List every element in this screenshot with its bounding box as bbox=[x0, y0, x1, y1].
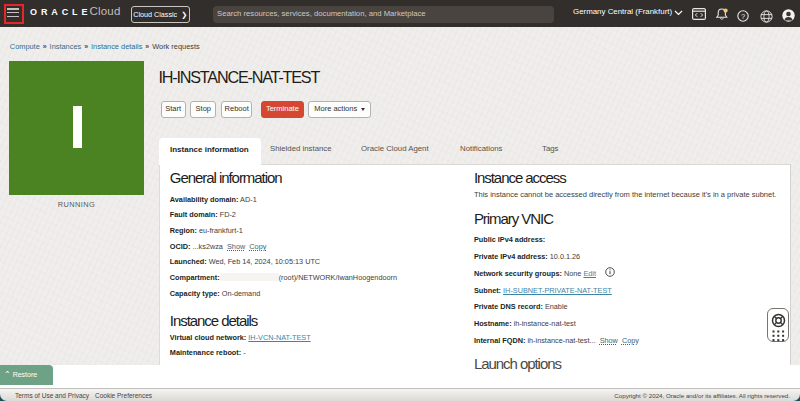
svg-text:?: ? bbox=[740, 12, 744, 21]
